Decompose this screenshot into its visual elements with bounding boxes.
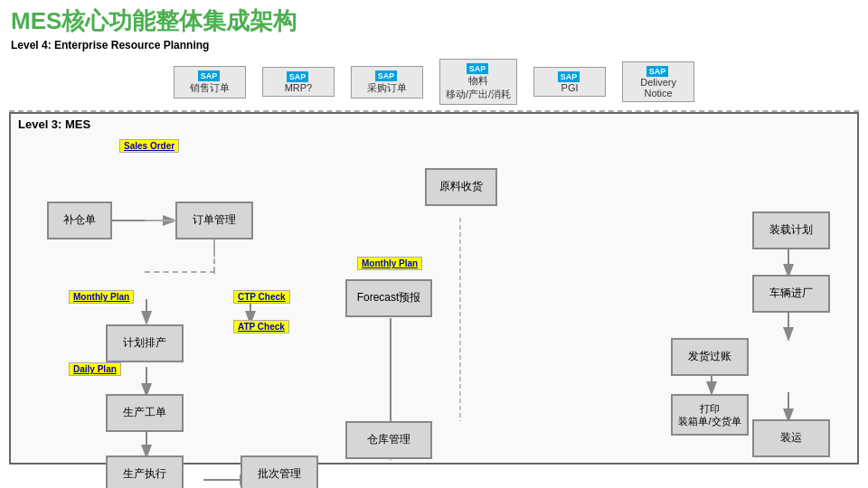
sap-box-purchase: SAP 采购订单 [351, 66, 423, 99]
page-title: MES核心功能整体集成架构 [0, 0, 868, 39]
delivery-excess-box: 发货过账 [671, 338, 749, 376]
sap-box-material: SAP 物料移动/产出/消耗 [439, 59, 517, 105]
ctp-check-label: CTP Check [233, 290, 290, 304]
raw-receipt-box: 原料收货 [425, 168, 497, 206]
forecast-box: Forecast预报 [345, 279, 432, 317]
plan-schedule-box: 计划排产 [106, 324, 184, 362]
level4-label: Level 4: Enterprise Resource Planning [0, 39, 868, 55]
production-order-box: 生产工单 [106, 394, 184, 432]
level3-container: Level 3: MES Sa [9, 112, 859, 465]
print-packing-box: 打印装箱单/交货单 [671, 394, 749, 436]
batch-mgmt-box: 批次管理 [241, 455, 318, 488]
sap-box-pgi: SAP PGI [533, 67, 606, 97]
buyback-box: 补仓单 [47, 202, 112, 239]
monthly-plan-label-1: Monthly Plan [357, 257, 422, 270]
production-exec-box: 生产执行 [106, 455, 184, 488]
sap-box-delivery: SAP DeliveryNotice [622, 61, 694, 102]
atp-check-label: ATP Check [233, 320, 289, 333]
shipping-box: 装运 [752, 419, 830, 457]
level4-bar: SAP 销售订单 SAP MRP? SAP 采购订单 SAP 物料移动/产出/消… [9, 55, 859, 112]
loading-plan-box: 装载计划 [752, 211, 830, 249]
sales-order-yellow: Sales Order [119, 139, 179, 153]
vehicle-entry-box: 车辆进厂 [752, 275, 830, 313]
sap-box-sales-order: SAP 销售订单 [174, 66, 246, 99]
order-mgmt-box: 订单管理 [175, 202, 253, 239]
warehouse-mgmt-box: 仓库管理 [345, 421, 432, 459]
level3-label: Level 3: MES [18, 117, 90, 131]
sap-box-mrp: SAP MRP? [262, 67, 335, 97]
daily-plan-label: Daily Plan [69, 362, 121, 376]
monthly-plan-label-2: Monthly Plan [69, 290, 134, 304]
